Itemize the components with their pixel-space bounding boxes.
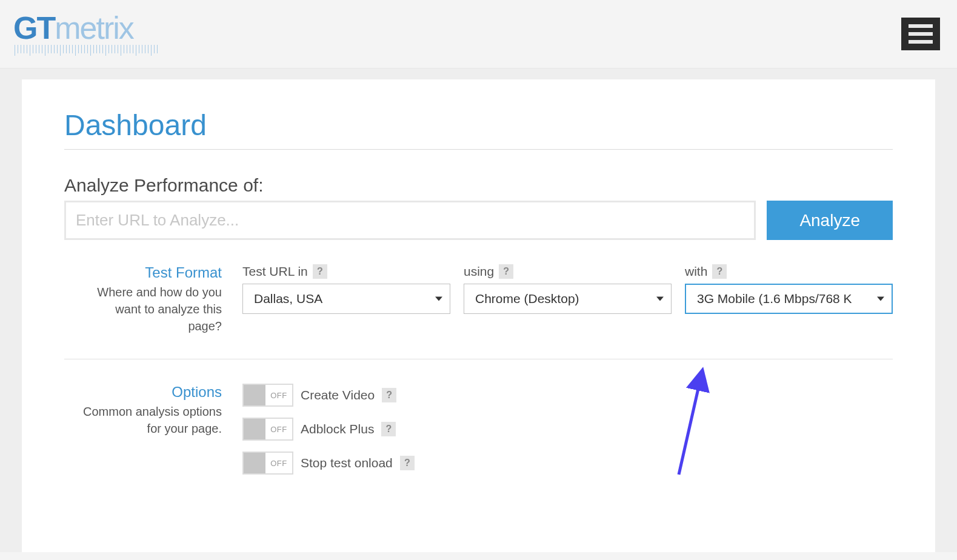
toggle-knob: [244, 419, 265, 439]
test-format-section: Test Format Where and how do you want to…: [64, 264, 893, 359]
help-icon[interactable]: ?: [382, 388, 396, 402]
browser-value: Chrome (Desktop): [475, 292, 579, 306]
browser-select[interactable]: Chrome (Desktop): [464, 284, 672, 314]
options-fields: OFF Create Video ? OFF Adblock Plus ?: [242, 384, 893, 485]
help-icon[interactable]: ?: [499, 264, 513, 279]
toggle-state: OFF: [265, 459, 292, 468]
test-format-side: Test Format Where and how do you want to…: [82, 264, 222, 335]
browser-label: using: [464, 264, 494, 279]
toggle-adblock[interactable]: OFF: [242, 418, 293, 441]
toggle-create-video[interactable]: OFF: [242, 384, 293, 407]
location-label: Test URL in: [242, 264, 308, 279]
chevron-down-icon: [877, 297, 884, 301]
chevron-down-icon: [656, 297, 664, 301]
option-label: Adblock Plus: [301, 422, 374, 436]
help-icon[interactable]: ?: [712, 264, 727, 279]
url-input[interactable]: [66, 202, 754, 238]
help-icon[interactable]: ?: [313, 264, 327, 279]
toggle-knob: [244, 453, 265, 473]
test-format-fields: Test URL in ? Dallas, USA using ? Chrome…: [242, 264, 893, 335]
connection-select[interactable]: 3G Mobile (1.6 Mbps/768 K: [685, 284, 893, 314]
location-select[interactable]: Dallas, USA: [242, 284, 450, 314]
connection-field: with ? 3G Mobile (1.6 Mbps/768 K: [685, 264, 893, 335]
toggle-stop-onload[interactable]: OFF: [242, 452, 293, 475]
location-field: Test URL in ? Dallas, USA: [242, 264, 450, 335]
site-header: GTmetrix: [0, 0, 957, 68]
option-adblock: OFF Adblock Plus ?: [242, 418, 893, 441]
browser-field: using ? Chrome (Desktop): [464, 264, 672, 335]
test-format-desc: Where and how do you want to analyze thi…: [82, 284, 222, 335]
options-section: Options Common analysis options for your…: [64, 384, 893, 510]
toggle-knob: [244, 385, 265, 405]
logo-metrix: metrix: [55, 10, 133, 45]
content-band: Dashboard Analyze Performance of: Analyz…: [0, 68, 957, 552]
connection-label: with: [685, 264, 707, 279]
options-side: Options Common analysis options for your…: [82, 384, 222, 485]
connection-value: 3G Mobile (1.6 Mbps/768 K: [697, 292, 852, 306]
option-label: Create Video: [301, 388, 375, 402]
logo-gt: GT: [13, 10, 55, 45]
location-value: Dallas, USA: [254, 292, 322, 306]
help-icon[interactable]: ?: [381, 422, 396, 436]
page-title: Dashboard: [64, 108, 893, 150]
options-desc: Common analysis options for your page.: [82, 403, 222, 437]
test-format-title: Test Format: [82, 264, 222, 281]
option-stop-onload: OFF Stop test onload ?: [242, 452, 893, 475]
chevron-down-icon: [435, 297, 442, 301]
analyze-row: Analyze: [64, 201, 893, 240]
url-input-wrap: [64, 201, 756, 240]
options-title: Options: [82, 384, 222, 401]
analyze-button[interactable]: Analyze: [767, 201, 893, 240]
toggle-state: OFF: [265, 391, 292, 400]
help-icon[interactable]: ?: [400, 456, 415, 470]
menu-icon[interactable]: [901, 18, 940, 50]
logo-ruler: [15, 45, 160, 56]
toggle-state: OFF: [265, 425, 292, 434]
dashboard-card: Dashboard Analyze Performance of: Analyz…: [22, 79, 935, 552]
option-label: Stop test onload: [301, 456, 393, 470]
analyze-label: Analyze Performance of:: [64, 175, 893, 196]
logo[interactable]: GTmetrix: [13, 12, 160, 56]
option-create-video: OFF Create Video ?: [242, 384, 893, 407]
